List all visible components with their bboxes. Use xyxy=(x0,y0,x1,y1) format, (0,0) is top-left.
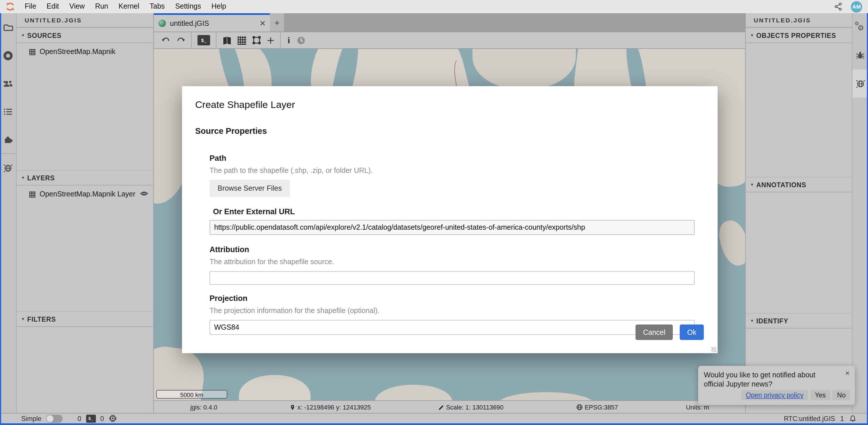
sidebar-item-extensions[interactable] xyxy=(0,126,16,154)
dialog-section-heading: Source Properties xyxy=(195,126,694,135)
external-url-label: Or Enter External URL xyxy=(213,207,694,216)
sidebar-item-file-browser[interactable] xyxy=(0,13,16,41)
jupyter-logo-icon xyxy=(5,2,15,11)
projection-label: Projection xyxy=(210,294,694,303)
right-panel-title: UNTITLED.JGIS xyxy=(746,13,852,28)
external-url-input[interactable] xyxy=(210,220,694,235)
dialog-title: Create Shapefile Layer xyxy=(195,99,694,111)
map-landmass xyxy=(472,49,576,89)
caret-down-icon: ▾ xyxy=(751,318,753,323)
cancel-button[interactable]: Cancel xyxy=(636,325,673,340)
sources-section-header[interactable]: ▾ SOURCES xyxy=(17,28,153,43)
rtc-session-label[interactable]: RTC:untitled.jGIS xyxy=(784,415,835,422)
simple-mode-toggle[interactable] xyxy=(46,414,63,422)
globe-icon xyxy=(855,79,865,89)
filters-section-header[interactable]: ▾ FILTERS xyxy=(17,311,153,327)
notifications-count: 1 xyxy=(840,415,844,422)
sidebar-item-toc[interactable] xyxy=(0,98,16,126)
console-button[interactable]: $_ xyxy=(197,35,210,45)
sidebar-item-jgis-right[interactable] xyxy=(852,69,868,98)
status-bar-left: Simple 0 $_ 0 xyxy=(0,414,117,423)
pencil-icon xyxy=(438,404,444,411)
undo-icon[interactable] xyxy=(161,36,170,44)
redo-icon[interactable] xyxy=(176,36,185,44)
eye-icon[interactable] xyxy=(140,190,148,197)
new-tab-button[interactable]: + xyxy=(270,13,284,32)
jgis-file-icon xyxy=(158,20,166,27)
map-landmass xyxy=(497,392,595,400)
layers-section-header[interactable]: ▾ LAYERS xyxy=(17,170,153,185)
ok-button[interactable]: Ok xyxy=(680,325,704,340)
kernels-count: 0 xyxy=(100,415,104,422)
menu-view[interactable]: View xyxy=(64,0,90,13)
toolbar-separator xyxy=(191,32,192,49)
menu-file[interactable]: File xyxy=(20,0,41,13)
menu-run[interactable]: Run xyxy=(90,0,113,13)
dialog-resize-handle[interactable] xyxy=(711,347,716,352)
left-activity-bar xyxy=(0,13,17,413)
projection-input[interactable] xyxy=(210,320,694,335)
terminal-icon: $_ xyxy=(201,38,206,43)
bug-icon xyxy=(856,51,865,60)
menu-bar: File Edit View Run Kernel Tabs Settings … xyxy=(0,0,868,13)
plus-icon: + xyxy=(274,18,280,27)
layer-item[interactable]: OpenStreetMap.Mapnik Layer xyxy=(17,187,153,202)
tab-untitled-jgis[interactable]: untitled.jGIS xyxy=(154,13,270,32)
terminal-icon: $_ xyxy=(88,416,93,421)
sidebar-item-debugger[interactable] xyxy=(852,41,868,69)
globe-icon xyxy=(3,163,13,173)
add-layer-icon[interactable] xyxy=(267,36,274,44)
puzzle-icon xyxy=(3,135,12,144)
status-bar: Simple 0 $_ 0 RTC:untitled.jGIS 1 xyxy=(0,413,868,423)
raster-layer-icon[interactable] xyxy=(238,36,246,44)
vector-layer-icon[interactable] xyxy=(252,36,261,45)
menu-settings[interactable]: Settings xyxy=(170,0,206,13)
window-border xyxy=(0,13,1,425)
terminals-status-button[interactable]: $_ xyxy=(86,414,96,422)
open-privacy-policy-button[interactable]: Open privacy policy xyxy=(741,390,808,400)
menu-tabs[interactable]: Tabs xyxy=(144,0,170,13)
kernel-chip-icon[interactable] xyxy=(108,414,117,423)
basemap-book-icon[interactable] xyxy=(222,36,232,44)
sidebar-item-jgis[interactable] xyxy=(0,154,16,182)
dialog-form: Path The path to the shapefile (.shp, .z… xyxy=(210,154,694,335)
map-status-bar: jgis: 0.4.0 x: -12198496 y: 12413925 Sca… xyxy=(154,400,745,413)
menu-help[interactable]: Help xyxy=(206,0,231,13)
identify-header[interactable]: ▾ IDENTIFY xyxy=(746,313,852,329)
right-sidebar: UNTITLED.JGIS ▾ OBJECTS PROPERTIES ▾ ANN… xyxy=(745,13,852,413)
jupyter-news-notification: Would you like to get notified about off… xyxy=(698,366,855,405)
globe-small-icon xyxy=(576,404,583,411)
map-scale-bar: 5000 km xyxy=(156,390,227,399)
attribution-input[interactable] xyxy=(210,271,694,285)
list-icon xyxy=(3,108,12,116)
share-icon[interactable] xyxy=(834,2,843,11)
path-label: Path xyxy=(210,154,694,162)
map-toolbar: $_ i xyxy=(154,32,745,49)
window-border xyxy=(867,13,868,425)
sidebar-item-collaboration[interactable] xyxy=(0,69,16,98)
attribution-description: The attribution for the shapefile source… xyxy=(210,258,694,266)
temporal-clock-icon[interactable] xyxy=(297,36,305,44)
close-icon[interactable] xyxy=(260,21,265,26)
sidebar-item-running[interactable] xyxy=(0,41,16,69)
raster-grid-icon xyxy=(29,191,36,197)
yes-button[interactable]: Yes xyxy=(810,390,830,400)
notification-buttons: Open privacy policy Yes No xyxy=(741,390,850,400)
map-landmass xyxy=(715,217,745,269)
identify-info-icon[interactable]: i xyxy=(286,35,291,45)
bell-icon[interactable] xyxy=(849,414,857,422)
menu-edit[interactable]: Edit xyxy=(41,0,64,13)
source-item[interactable]: OpenStreetMap.Mapnik xyxy=(17,44,153,59)
path-description: The path to the shapefile (.shp, .zip, o… xyxy=(210,166,694,175)
annotations-header[interactable]: ▾ ANNOTATIONS xyxy=(746,177,852,192)
close-icon[interactable]: × xyxy=(845,370,849,377)
menu-kernel[interactable]: Kernel xyxy=(113,0,144,13)
browse-server-files-button[interactable]: Browse Server Files xyxy=(210,180,290,197)
no-button[interactable]: No xyxy=(833,390,850,400)
sidebar-item-property-inspector[interactable]: ⚙⚙ xyxy=(852,13,868,41)
avatar[interactable]: AM xyxy=(851,1,862,12)
pin-icon xyxy=(289,403,296,411)
objects-properties-header[interactable]: ▾ OBJECTS PROPERTIES xyxy=(746,28,852,43)
jgis-version: jgis: 0.4.0 xyxy=(190,401,217,414)
notification-message: Would you like to get notified about off… xyxy=(704,370,836,389)
